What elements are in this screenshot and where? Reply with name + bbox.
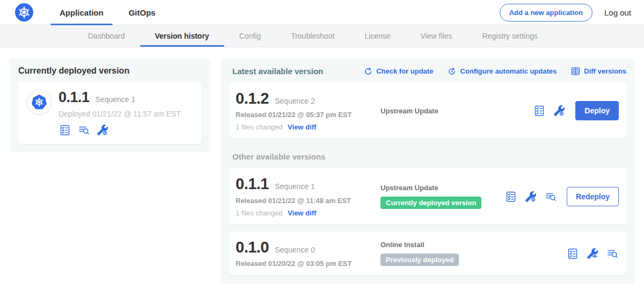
top-header: Application GitOps Add a new application…: [0, 0, 644, 25]
files-changed-row: 1 files changed View diff: [236, 123, 374, 131]
subnav-version-history[interactable]: Version history: [140, 25, 224, 47]
version-card-info: 0.1.0 Sequence 0 Released 01/20/22 @ 03:…: [236, 239, 374, 268]
subnav-registry-settings-label: Registry settings: [482, 32, 537, 40]
deployed-version-row: 0.1.1 Sequence 1: [58, 90, 181, 106]
deployed-timestamp: Deployed 01/21/22 @ 11:57 am EST: [58, 110, 181, 118]
preflight-checks-icon[interactable]: [58, 124, 71, 136]
version-row: 0.1.1 Sequence 1: [236, 176, 374, 192]
files-changed-label: 1 files changed: [236, 123, 282, 131]
config-view-icon[interactable]: [586, 247, 599, 260]
version-card-0-1-2: 0.1.2 Sequence 2 Released 01/21/22 @ 05:…: [229, 83, 626, 139]
subnav-config[interactable]: Config: [224, 25, 276, 47]
version-history-panel: Latest available version Check for updat…: [221, 58, 635, 284]
kubernetes-logo-icon[interactable]: [14, 3, 34, 22]
version-card-actions: Redeploy: [504, 187, 619, 206]
subnav-troubleshoot[interactable]: Troubleshoot: [276, 25, 349, 47]
currently-deployed-title: Currently deployed version: [18, 66, 202, 76]
subnav-license[interactable]: License: [349, 25, 405, 47]
check-for-update-label: Check for update: [376, 67, 433, 75]
source-label: Online Install: [380, 241, 566, 249]
top-header-left: Application GitOps: [14, 0, 172, 25]
deployed-version-info: 0.1.1 Sequence 1 Deployed 01/21/22 @ 11:…: [58, 90, 181, 136]
version-number: 0.1.1: [236, 176, 269, 192]
diff-versions-label: Diff versions: [584, 67, 626, 75]
previously-deployed-badge: Previously deployed: [380, 254, 459, 266]
other-versions-heading: Other available versions: [232, 152, 626, 161]
app-subnav: Dashboard Version history Config Trouble…: [0, 25, 644, 47]
version-source-column: Upstream Update Currently deployed versi…: [374, 184, 504, 209]
deploy-button[interactable]: Deploy: [575, 101, 619, 120]
version-card-0-1-1: 0.1.1 Sequence 1 Released 01/21/22 @ 11:…: [229, 168, 626, 224]
preflight-checks-icon[interactable]: [504, 190, 517, 203]
version-number: 0.1.0: [236, 239, 269, 255]
diff-table-icon: [571, 67, 580, 76]
tab-gitops-label: GitOps: [129, 8, 156, 17]
version-card-actions: [566, 247, 619, 260]
sequence-label: Sequence 0: [275, 246, 315, 254]
source-label: Upstream Update: [380, 107, 533, 115]
files-changed-label: 1 files changed: [236, 209, 282, 217]
redeploy-button[interactable]: Redeploy: [567, 187, 619, 206]
version-actions: Check for update Configure automatic upd…: [364, 67, 626, 76]
check-for-update-link[interactable]: Check for update: [364, 67, 433, 76]
version-card-info: 0.1.1 Sequence 1 Released 01/21/22 @ 11:…: [236, 176, 374, 217]
deploy-logs-icon[interactable]: [606, 247, 619, 260]
subnav-config-label: Config: [239, 32, 261, 40]
source-label: Upstream Update: [380, 184, 504, 192]
configure-automatic-updates-link[interactable]: Configure automatic updates: [448, 67, 557, 76]
app-icon-kubernetes: [27, 90, 52, 114]
main-content: Currently deployed version: [0, 47, 644, 284]
tab-application-label: Application: [60, 8, 104, 17]
config-gear-icon[interactable]: [524, 190, 537, 203]
deployed-action-icons: [58, 124, 181, 136]
released-timestamp: Released 01/21/22 @ 11:48 am EST: [236, 197, 374, 205]
diff-versions-link[interactable]: Diff versions: [571, 67, 626, 76]
currently-deployed-panel: Currently deployed version: [10, 58, 210, 153]
subnav-registry-settings[interactable]: Registry settings: [467, 25, 552, 47]
version-card-actions: Deploy: [533, 101, 619, 120]
deployed-version-card: 0.1.1 Sequence 1 Deployed 01/21/22 @ 11:…: [18, 82, 202, 144]
subnav-dashboard[interactable]: Dashboard: [73, 25, 140, 47]
configure-automatic-updates-label: Configure automatic updates: [460, 67, 557, 75]
version-number: 0.1.2: [236, 90, 269, 106]
released-timestamp: Released 01/20/22 @ 03:05 pm EST: [236, 259, 374, 268]
subnav-view-files-label: View files: [421, 32, 452, 40]
subnav-troubleshoot-label: Troubleshoot: [291, 32, 334, 40]
preflight-checks-icon[interactable]: [566, 247, 579, 260]
tab-gitops[interactable]: GitOps: [120, 0, 165, 25]
view-diff-link[interactable]: View diff: [288, 123, 316, 131]
subnav-view-files[interactable]: View files: [406, 25, 467, 47]
deploy-logs-icon[interactable]: [77, 124, 90, 136]
subnav-license-label: License: [364, 32, 390, 40]
currently-deployed-badge: Currently deployed version: [380, 197, 481, 209]
version-card-info: 0.1.2 Sequence 2 Released 01/21/22 @ 05:…: [236, 90, 374, 131]
version-source-column: Upstream Update: [374, 107, 533, 115]
released-timestamp: Released 01/21/22 @ 05:37 pm EST: [236, 111, 374, 119]
view-diff-link[interactable]: View diff: [288, 209, 316, 217]
sequence-label: Sequence 1: [275, 182, 315, 191]
refresh-icon: [364, 67, 372, 76]
version-source-column: Online Install Previously deployed: [374, 241, 566, 266]
versions-header: Latest available version Check for updat…: [229, 66, 626, 76]
deployed-sequence-label: Sequence 1: [96, 95, 136, 104]
version-row: 0.1.0 Sequence 0: [236, 239, 374, 255]
kots-admin-console: Application GitOps Add a new application…: [0, 0, 644, 303]
deployed-version-number: 0.1.1: [58, 90, 90, 106]
subnav-version-history-label: Version history: [155, 32, 209, 40]
top-header-right: Add a new application Log out: [500, 4, 631, 21]
logout-link[interactable]: Log out: [604, 8, 631, 17]
version-card-0-1-0: 0.1.0 Sequence 0 Released 01/20/22 @ 03:…: [229, 232, 626, 275]
config-gear-icon[interactable]: [553, 104, 566, 117]
version-row: 0.1.2 Sequence 2: [236, 90, 374, 106]
clock-arrow-icon: [448, 67, 456, 76]
tab-application[interactable]: Application: [50, 0, 113, 25]
latest-available-heading: Latest available version: [232, 67, 323, 76]
app-level-tabs: Application GitOps: [50, 0, 172, 25]
deploy-logs-icon[interactable]: [544, 190, 557, 203]
preflight-checks-icon[interactable]: [533, 104, 546, 117]
config-gear-icon[interactable]: [96, 124, 109, 136]
files-changed-row: 1 files changed View diff: [236, 209, 374, 217]
sequence-label: Sequence 2: [275, 97, 315, 105]
subnav-dashboard-label: Dashboard: [88, 32, 125, 40]
add-application-button[interactable]: Add a new application: [500, 4, 592, 21]
